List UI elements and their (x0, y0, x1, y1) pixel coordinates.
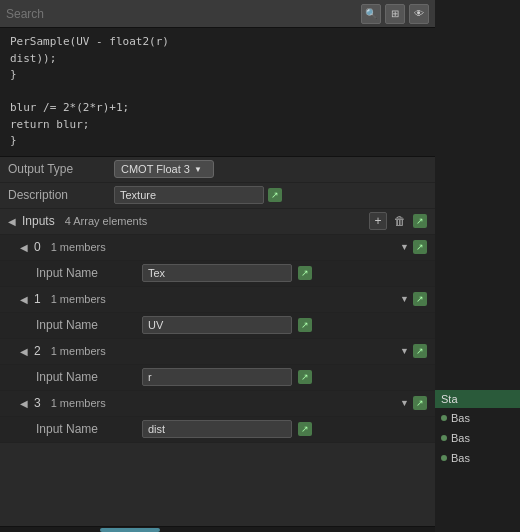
code-line-6: return blur; (10, 117, 425, 134)
description-link-icon[interactable]: ↗ (268, 188, 282, 202)
chevron-down-icon: ▼ (194, 165, 202, 174)
item-3-input-link-icon[interactable]: ↗ (298, 422, 312, 436)
code-line-7: } (10, 133, 425, 150)
right-panel-item-2-label: Bas (451, 452, 470, 464)
code-line-1: PerSample(UV - float2(r) (10, 34, 425, 51)
item-3-members: 1 members (51, 397, 106, 409)
item-0-link-icon[interactable]: ↗ (413, 240, 427, 254)
item-0-members: 1 members (51, 241, 106, 253)
item-3-input-name-row: Input Name ↗ (0, 417, 435, 443)
item-1-input-link-icon[interactable]: ↗ (298, 318, 312, 332)
eye-icon: 👁 (414, 8, 424, 19)
item-3-triangle-icon[interactable]: ◀ (20, 398, 28, 409)
output-type-value: CMOT Float 3 ▼ (114, 160, 427, 178)
bullet-icon-1 (441, 435, 447, 441)
output-type-row: Output Type CMOT Float 3 ▼ (0, 157, 435, 183)
inputs-count: 4 Array elements (65, 215, 148, 227)
item-2-triangle-icon[interactable]: ◀ (20, 346, 28, 357)
right-panel-item-1: Bas (435, 428, 476, 448)
description-input[interactable] (114, 186, 264, 204)
item-2-members: 1 members (51, 345, 106, 357)
code-line-2: dist)); (10, 51, 425, 68)
item-3-input-name-field[interactable] (142, 420, 292, 438)
inputs-add-button[interactable]: + (369, 212, 387, 230)
item-1-chevron-icon: ▼ (400, 294, 409, 304)
item-0-input-name-field[interactable] (142, 264, 292, 282)
properties-panel: Output Type CMOT Float 3 ▼ Description ↗… (0, 157, 435, 527)
description-row: Description ↗ (0, 183, 435, 209)
description-value: ↗ (114, 186, 427, 204)
item-2-input-link-icon[interactable]: ↗ (298, 370, 312, 384)
item-0-input-link-icon[interactable]: ↗ (298, 266, 312, 280)
item-1-input-name-label: Input Name (36, 318, 136, 332)
eye-button[interactable]: 👁 (409, 4, 429, 24)
item-1-row: ◀ 1 1 members ▼ ↗ (0, 287, 435, 313)
right-panel-item-2: Bas (435, 448, 476, 468)
code-line-3: } (10, 67, 425, 84)
item-1-input-name-field[interactable] (142, 316, 292, 334)
search-button[interactable]: 🔍 (361, 4, 381, 24)
output-type-label: Output Type (8, 162, 108, 176)
item-2-chevron-icon: ▼ (400, 346, 409, 356)
inputs-section-row: ◀ Inputs 4 Array elements + 🗑 ↗ (0, 209, 435, 235)
output-type-dropdown[interactable]: CMOT Float 3 ▼ (114, 160, 214, 178)
item-0-chevron-icon: ▼ (400, 242, 409, 252)
search-icon: 🔍 (365, 8, 377, 19)
bullet-icon-0 (441, 415, 447, 421)
item-3-input-name-label: Input Name (36, 422, 136, 436)
grid-button[interactable]: ⊞ (385, 4, 405, 24)
item-3-link-icon[interactable]: ↗ (413, 396, 427, 410)
inputs-triangle-icon[interactable]: ◀ (8, 216, 16, 227)
item-3-row: ◀ 3 1 members ▼ ↗ (0, 391, 435, 417)
main-panel: 🔍 ⊞ 👁 PerSample(UV - float2(r) dist)); }… (0, 0, 435, 532)
code-line-4 (10, 84, 425, 101)
right-panel: Sta Bas Bas Bas (435, 0, 520, 532)
right-panel-item-0-label: Bas (451, 412, 470, 424)
item-3-index: 3 (34, 396, 41, 410)
right-panel-header-label: Sta (441, 393, 458, 405)
right-panel-item-1-label: Bas (451, 432, 470, 444)
search-icons: 🔍 ⊞ 👁 (361, 4, 429, 24)
item-2-input-name-field[interactable] (142, 368, 292, 386)
item-0-row: ◀ 0 1 members ▼ ↗ (0, 235, 435, 261)
item-2-index: 2 (34, 344, 41, 358)
item-1-members: 1 members (51, 293, 106, 305)
item-1-triangle-icon[interactable]: ◀ (20, 294, 28, 305)
inputs-label: Inputs (22, 214, 55, 228)
item-0-index: 0 (34, 240, 41, 254)
item-0-triangle-icon[interactable]: ◀ (20, 242, 28, 253)
item-0-input-name-row: Input Name ↗ (0, 261, 435, 287)
item-1-link-icon[interactable]: ↗ (413, 292, 427, 306)
search-input[interactable] (6, 7, 357, 21)
item-2-link-icon[interactable]: ↗ (413, 344, 427, 358)
description-label: Description (8, 188, 108, 202)
code-block: PerSample(UV - float2(r) dist)); } blur … (0, 28, 435, 157)
bullet-icon-2 (441, 455, 447, 461)
search-bar: 🔍 ⊞ 👁 (0, 0, 435, 28)
item-2-input-name-label: Input Name (36, 370, 136, 384)
item-2-input-name-row: Input Name ↗ (0, 365, 435, 391)
right-panel-header: Sta (435, 390, 520, 408)
right-panel-item-0: Bas (435, 408, 476, 428)
item-0-input-name-label: Input Name (36, 266, 136, 280)
inputs-link-icon[interactable]: ↗ (413, 214, 427, 228)
item-1-index: 1 (34, 292, 41, 306)
item-3-chevron-icon: ▼ (400, 398, 409, 408)
item-2-row: ◀ 2 1 members ▼ ↗ (0, 339, 435, 365)
code-line-5: blur /= 2*(2*r)+1; (10, 100, 425, 117)
inputs-delete-button[interactable]: 🗑 (391, 212, 409, 230)
item-1-input-name-row: Input Name ↗ (0, 313, 435, 339)
grid-icon: ⊞ (391, 8, 399, 19)
